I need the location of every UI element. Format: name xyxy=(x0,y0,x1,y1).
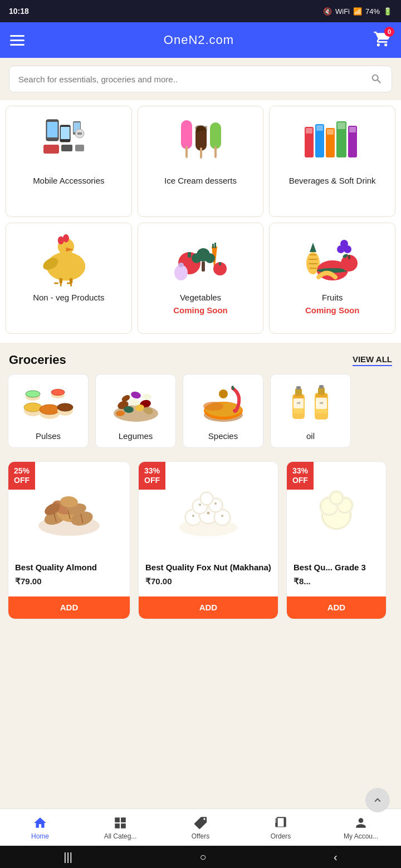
grocery-card-legumes[interactable]: Legumes xyxy=(95,374,176,448)
almond-name: Best Quality Almond xyxy=(15,562,123,573)
almond-price: ₹79.00 xyxy=(15,576,123,586)
fruits-coming-soon: Coming Soon xyxy=(305,305,360,315)
android-home-icon[interactable]: ○ xyxy=(199,851,206,864)
svg-rect-18 xyxy=(197,126,199,132)
ice-cream-image xyxy=(170,114,231,170)
nav-offers[interactable]: Offers xyxy=(160,809,241,846)
svg-rect-25 xyxy=(327,129,334,135)
status-time: 10:18 xyxy=(9,7,29,16)
svg-point-71 xyxy=(24,403,42,412)
products-scroll: 25%OFF Best Quality Almond ₹79.00 ADD xyxy=(0,457,401,628)
nav-orders[interactable]: Orders xyxy=(241,809,321,846)
nav-all-categories[interactable]: All Categ... xyxy=(80,809,160,846)
battery-icon: 🔋 xyxy=(383,7,392,16)
grocery-subcategory-scroll: Pulses xyxy=(0,374,401,457)
svg-point-69 xyxy=(340,240,348,248)
view-all-button[interactable]: VIEW ALL xyxy=(353,354,392,366)
svg-text:oil: oil xyxy=(297,401,300,405)
species-image xyxy=(195,381,251,426)
fruits-image xyxy=(302,231,363,287)
android-back-icon[interactable]: ||| xyxy=(63,851,72,864)
brand-name: OneN2.com xyxy=(164,33,234,47)
almond-add-button[interactable]: ADD xyxy=(8,596,130,619)
android-recents-icon[interactable]: ‹ xyxy=(334,851,338,864)
header: OneN2.com 0 xyxy=(0,22,401,58)
search-icon xyxy=(370,73,383,85)
non-veg-image xyxy=(38,231,99,287)
product-card-almond[interactable]: 25%OFF Best Quality Almond ₹79.00 ADD xyxy=(8,461,130,619)
pulses-image xyxy=(21,381,76,426)
svg-rect-10 xyxy=(77,132,82,135)
nav-home-label: Home xyxy=(31,832,49,840)
grocery-card-pulses[interactable]: Pulses xyxy=(8,374,89,448)
grade3-price: ₹8... xyxy=(294,576,379,586)
svg-point-140 xyxy=(199,504,201,506)
svg-rect-1 xyxy=(47,122,58,137)
svg-rect-8 xyxy=(75,145,84,151)
category-card-vegetables[interactable]: Vegetables Coming Soon xyxy=(138,223,264,334)
foxnut-add-button[interactable]: ADD xyxy=(139,596,278,619)
oil-image: oil oil xyxy=(283,381,339,426)
legumes-image xyxy=(108,381,164,426)
svg-rect-55 xyxy=(219,262,221,265)
vegetables-coming-soon: Coming Soon xyxy=(173,305,228,315)
svg-rect-12 xyxy=(185,146,188,158)
grocery-card-species[interactable]: Species xyxy=(183,374,263,448)
grade3-name: Best Qu... Grade 3 xyxy=(294,562,379,573)
svg-rect-37 xyxy=(60,278,63,283)
search-bar[interactable] xyxy=(9,66,392,92)
grade3-add-button[interactable]: ADD xyxy=(287,596,386,619)
category-name-vegetables: Vegetables xyxy=(180,292,221,303)
nav-account[interactable]: My Accou... xyxy=(321,809,401,846)
svg-point-52 xyxy=(174,265,188,280)
category-card-mobile-accessories[interactable]: Mobile Accessories xyxy=(6,106,132,217)
product-card-foxnut[interactable]: 33%OFF xyxy=(138,461,278,619)
svg-point-139 xyxy=(221,515,223,517)
svg-point-35 xyxy=(63,234,69,243)
nav-categories-label: All Categ... xyxy=(104,832,137,840)
category-grid: Mobile Accessories Ice Cream desserts xyxy=(0,100,401,343)
almond-image-wrap: 25%OFF xyxy=(8,462,130,556)
foxnut-name: Best Quality Fox Nut (Makhana) xyxy=(145,562,271,573)
foxnut-image-wrap: 33%OFF xyxy=(139,462,278,556)
nav-home[interactable]: Home xyxy=(0,809,80,846)
svg-point-79 xyxy=(51,389,65,395)
svg-rect-46 xyxy=(212,244,214,248)
grocery-name-oil: oil xyxy=(306,431,315,441)
grocery-card-oil[interactable]: oil oil oil xyxy=(270,374,351,448)
category-card-beverages[interactable]: Beverages & Soft Drink xyxy=(269,106,395,217)
almond-discount-badge: 25%OFF xyxy=(8,462,35,490)
svg-rect-21 xyxy=(306,128,312,134)
nav-orders-label: Orders xyxy=(271,832,291,840)
svg-point-49 xyxy=(192,253,202,263)
svg-text:oil: oil xyxy=(320,401,323,405)
status-right: 🔇 WiFi 📶 74% 🔋 xyxy=(323,7,392,16)
svg-point-138 xyxy=(207,512,209,515)
cart-button[interactable]: 0 xyxy=(373,30,391,50)
svg-rect-6 xyxy=(43,145,59,154)
battery-text: 74% xyxy=(365,7,380,16)
category-name-ice-cream: Ice Cream desserts xyxy=(164,175,237,186)
category-card-non-veg[interactable]: Non - veg Products xyxy=(6,223,132,334)
search-input[interactable] xyxy=(18,75,370,84)
android-nav-bar: ||| ○ ‹ xyxy=(0,846,401,868)
signal-icon: 📶 xyxy=(353,7,362,16)
category-card-fruits[interactable]: Fruits Coming Soon xyxy=(269,223,395,334)
hamburger-menu[interactable] xyxy=(10,35,25,46)
mute-icon: 🔇 xyxy=(323,7,332,16)
svg-point-136 xyxy=(200,492,213,505)
almond-info: Best Quality Almond ₹79.00 xyxy=(8,556,130,592)
groceries-header: Groceries VIEW ALL xyxy=(0,343,401,374)
scroll-up-button[interactable] xyxy=(365,788,390,812)
category-name-mobile-accessories: Mobile Accessories xyxy=(33,175,104,186)
svg-point-137 xyxy=(192,515,194,517)
svg-rect-19 xyxy=(205,126,207,131)
svg-point-77 xyxy=(26,391,40,397)
svg-point-73 xyxy=(40,405,60,415)
svg-point-90 xyxy=(142,393,151,400)
product-card-grade3[interactable]: 33%OFF Best Qu... Grade 3 ₹8... ADD xyxy=(286,461,387,619)
category-card-ice-cream[interactable]: Ice Cream desserts xyxy=(138,106,264,217)
grade3-info: Best Qu... Grade 3 ₹8... xyxy=(287,556,386,592)
svg-rect-11 xyxy=(181,120,192,149)
svg-rect-29 xyxy=(349,127,356,132)
